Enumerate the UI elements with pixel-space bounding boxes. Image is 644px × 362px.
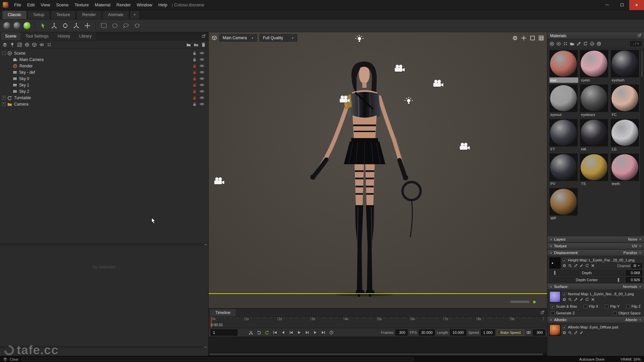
workspace-tab-render[interactable]: Render: [76, 10, 102, 19]
scale-tool[interactable]: [72, 22, 80, 30]
sphere-preview-icon[interactable]: [556, 42, 561, 46]
normal-map-checkbox[interactable]: ✓: [562, 292, 566, 296]
dots-icon[interactable]: [47, 43, 51, 47]
timeline-tab[interactable]: Timeline: [210, 309, 236, 316]
picker-icon[interactable]: [574, 331, 578, 335]
picker-icon[interactable]: [574, 264, 578, 267]
clear-map-icon[interactable]: [591, 298, 595, 301]
visibility-icon[interactable]: [200, 90, 204, 93]
panel-tab-tool-settings[interactable]: Tool Settings: [21, 32, 53, 40]
depth-value[interactable]: 0.068: [626, 270, 642, 276]
viewport-settings-icon[interactable]: [513, 36, 518, 41]
material-item-ft[interactable]: FT: [549, 119, 578, 152]
timeline-ruler[interactable]: 0s1s2s3s4s5s6s7s8s9s 0:00.01: [209, 317, 547, 328]
camera-gizmo[interactable]: [339, 95, 350, 103]
checkbox-flip-z[interactable]: Flip Z: [626, 304, 641, 308]
panel-splitter[interactable]: [0, 346, 208, 348]
layers-icon[interactable]: [3, 43, 7, 47]
shading-sphere-active-icon[interactable]: [23, 22, 31, 29]
step-forward-button[interactable]: [304, 329, 310, 335]
link-icon[interactable]: [526, 330, 531, 335]
displacement-section-header[interactable]: ≡ Displacement: Parallax▼: [547, 249, 644, 256]
lock-icon[interactable]: [193, 70, 196, 74]
globe-icon[interactable]: [597, 42, 601, 46]
select-tool[interactable]: [39, 22, 47, 30]
prev-keyframe-button[interactable]: [280, 329, 286, 335]
reload-icon[interactable]: [585, 298, 589, 301]
fps-input[interactable]: 30.000: [419, 329, 435, 336]
visibility-icon[interactable]: [200, 64, 204, 67]
globe-icon[interactable]: [25, 43, 29, 47]
panel-tab-scene[interactable]: Scene: [1, 32, 21, 40]
polygon-lasso-tool[interactable]: [133, 22, 141, 30]
panel-tab-history[interactable]: History: [53, 32, 74, 40]
skip-end-button[interactable]: [320, 329, 326, 335]
height-map-thumbnail[interactable]: [549, 257, 560, 268]
workspace-tab-texture[interactable]: Texture: [51, 10, 76, 19]
skip-start-button[interactable]: [272, 329, 278, 335]
add-material-icon[interactable]: [550, 42, 554, 46]
menu-render[interactable]: Render: [113, 1, 134, 9]
tree-item-render[interactable]: Render: [0, 63, 208, 69]
playback-range-button[interactable]: [328, 329, 334, 335]
dots-icon[interactable]: [563, 42, 568, 46]
search-icon[interactable]: [568, 264, 572, 267]
viewport-mode-icon[interactable]: [212, 36, 217, 40]
camera-gizmo[interactable]: [394, 64, 405, 72]
menu-view[interactable]: View: [38, 1, 53, 9]
viewport-slider[interactable]: [510, 301, 530, 303]
material-item-ha[interactable]: HA: [580, 119, 609, 152]
workspace-tab-animate[interactable]: Animate: [102, 10, 129, 19]
material-item-teeth[interactable]: teeth: [611, 154, 640, 186]
texture-section-header[interactable]: ≡ Texture UV▼: [547, 243, 644, 249]
gear-icon[interactable]: [562, 264, 566, 267]
material-item-ts[interactable]: TS: [580, 154, 609, 186]
loop-end-input[interactable]: 300: [533, 329, 545, 336]
delete-icon[interactable]: [201, 43, 206, 47]
character-model[interactable]: [301, 60, 428, 298]
speed-input[interactable]: 1.000: [481, 329, 495, 336]
step-back-button[interactable]: [288, 329, 294, 335]
tree-item-main-camera[interactable]: Main Camera: [0, 56, 208, 63]
height-map-checkbox[interactable]: ✓: [562, 258, 566, 262]
edit-icon[interactable]: [580, 264, 583, 267]
checkbox-flip-y[interactable]: Flip Y: [605, 304, 620, 308]
scrollbar-thumb[interactable]: [209, 353, 543, 355]
menu-file[interactable]: File: [11, 1, 24, 9]
checkbox-flip-x[interactable]: Flip X: [584, 304, 598, 308]
camera-gizmo[interactable]: [459, 142, 470, 150]
gear-icon[interactable]: [562, 298, 566, 301]
lasso-select-tool[interactable]: [122, 22, 130, 30]
search-icon[interactable]: [568, 331, 572, 335]
material-filter-input[interactable]: - / +: [630, 41, 642, 46]
lock-icon[interactable]: [193, 83, 196, 87]
play-button[interactable]: [296, 329, 302, 335]
clear-map-icon[interactable]: [591, 264, 595, 267]
move-tool[interactable]: [50, 22, 58, 30]
material-item-eyelash[interactable]: eyelash: [611, 50, 640, 83]
albedo-map-checkbox[interactable]: ✓: [562, 325, 566, 329]
materials-scrollbar[interactable]: [641, 50, 643, 235]
log-strip[interactable]: [21, 357, 414, 361]
depth-slider[interactable]: Depth: [549, 270, 624, 276]
shading-sphere-1-icon[interactable]: [3, 22, 10, 29]
checkbox-generate-z[interactable]: Generate Z: [551, 311, 575, 315]
ellipse-select-tool[interactable]: [111, 22, 119, 30]
visibility-icon[interactable]: [200, 83, 204, 86]
menu-window[interactable]: Window: [134, 1, 155, 9]
reload-icon[interactable]: [585, 264, 589, 267]
quality-select[interactable]: Full Quality ▼: [260, 34, 297, 42]
depth-center-value[interactable]: 0.926: [626, 277, 642, 283]
camera-gizmo[interactable]: [432, 79, 444, 87]
new-folder-icon[interactable]: [186, 43, 191, 47]
tree-expander[interactable]: +: [2, 102, 6, 106]
material-item-eyeout[interactable]: eyeout: [549, 84, 578, 117]
tree-item-scene[interactable]: -Scene: [0, 50, 208, 56]
frames-input[interactable]: 300: [395, 329, 408, 336]
detach-materials-icon[interactable]: [638, 34, 641, 38]
lock-icon[interactable]: [193, 58, 196, 62]
menu-help[interactable]: Help: [155, 1, 170, 9]
pin-icon[interactable]: [10, 43, 14, 47]
panel-tab-library[interactable]: Library: [75, 32, 96, 40]
albedo-section-header[interactable]: ≡ Albedo: Albedo▼: [547, 316, 644, 323]
